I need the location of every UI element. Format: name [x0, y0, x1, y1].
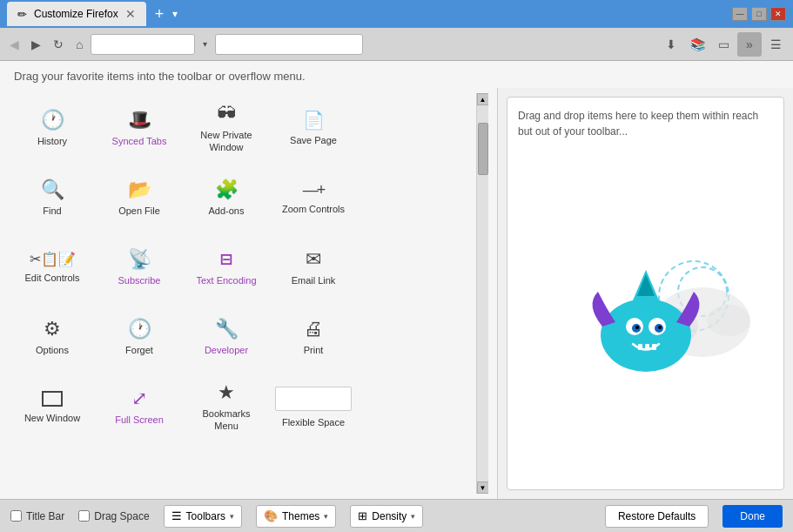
toolbar-item-text-encoding[interactable]: ⊟ Text Encoding: [183, 232, 270, 302]
svg-point-5: [601, 299, 691, 372]
options-icon: ⚙: [44, 320, 61, 339]
subscribe-icon: 📡: [128, 250, 151, 269]
find-icon: 🔍: [41, 180, 64, 199]
save-page-icon: 📄: [303, 111, 325, 129]
bookmarks-menu-icon: ★: [218, 383, 235, 402]
drag-space-checkbox-item[interactable]: Drag Space: [78, 510, 149, 522]
edit-controls-label: Edit Controls: [25, 272, 80, 284]
title-bar: ✏ Customize Firefox ✕ + ▾ — □ ✕: [0, 0, 793, 28]
themes-icon: 🎨: [264, 509, 278, 522]
new-tab-button[interactable]: +: [151, 5, 168, 24]
done-button[interactable]: Done: [722, 505, 783, 528]
drop-text: Drag and drop items here to keep them wi…: [518, 108, 758, 139]
print-label: Print: [304, 344, 324, 356]
items-grid: 🕐 History 🎩 Synced Tabs 🕶 New Private Wi…: [9, 93, 488, 441]
svg-rect-14: [638, 344, 642, 350]
tab-customize-firefox[interactable]: ✏ Customize Firefox ✕: [7, 2, 146, 26]
forward-button[interactable]: ▶: [27, 34, 45, 55]
scroll-thumb-area: [477, 105, 488, 481]
scrollbar[interactable]: ▲ ▼: [476, 93, 488, 494]
forget-icon: 🕐: [128, 320, 151, 339]
back-button[interactable]: ◀: [5, 34, 24, 55]
toolbar-item-subscribe[interactable]: 📡 Subscribe: [96, 232, 183, 302]
reload-button[interactable]: ↻: [49, 34, 68, 55]
toolbar-item-open-file[interactable]: 📂 Open File: [96, 163, 183, 232]
density-icon: ⊞: [358, 509, 367, 522]
toolbar-item-synced-tabs[interactable]: 🎩 Synced Tabs: [96, 93, 183, 163]
toolbar-item-forget[interactable]: 🕐 Forget: [96, 302, 183, 372]
density-dropdown[interactable]: ⊞ Density ▾: [350, 505, 423, 528]
tab-icon: ✏: [17, 8, 27, 21]
downloads-button[interactable]: ⬇: [659, 32, 683, 57]
bottom-bar: Title Bar Drag Space ☰ Toolbars ▾ 🎨 Them…: [0, 499, 793, 532]
drag-space-checkbox[interactable]: [78, 510, 90, 522]
customize-body: 🕐 History 🎩 Synced Tabs 🕶 New Private Wi…: [0, 88, 793, 499]
title-bar-checkbox-item[interactable]: Title Bar: [10, 510, 64, 522]
toolbar-item-flexible-space[interactable]: Flexible Space: [270, 372, 357, 441]
full-screen-icon: ⤢: [131, 389, 147, 408]
zoom-controls-icon: —+: [303, 182, 325, 198]
overflow-menu-button[interactable]: »: [737, 32, 762, 57]
toolbar-item-new-window[interactable]: New Window: [9, 372, 96, 441]
toolbar-item-new-private-window[interactable]: 🕶 New Private Window: [183, 93, 270, 163]
bookmarks-button[interactable]: 📚: [685, 32, 709, 57]
toolbar-item-history[interactable]: 🕐 History: [9, 93, 96, 163]
items-grid-wrapper: 🕐 History 🎩 Synced Tabs 🕶 New Private Wi…: [9, 93, 488, 494]
header-text: Drag your favorite items into the toolba…: [14, 70, 306, 83]
toolbar-item-bookmarks-menu[interactable]: ★ Bookmarks Menu: [183, 372, 270, 441]
density-label: Density: [372, 510, 407, 522]
flexible-space-box: [275, 387, 352, 411]
close-button[interactable]: ✕: [770, 7, 786, 21]
toolbar-item-edit-controls[interactable]: ✂📋📝 Edit Controls: [9, 232, 96, 302]
svg-rect-15: [645, 344, 649, 350]
toolbar-item-email-link[interactable]: ✉ Email Link: [270, 232, 357, 302]
toolbar-item-developer[interactable]: 🔧 Developer: [183, 302, 270, 372]
toolbar-item-options[interactable]: ⚙ Options: [9, 302, 96, 372]
flexible-space-label: Flexible Space: [282, 416, 345, 428]
scroll-thumb[interactable]: [478, 123, 488, 175]
themes-dropdown-arrow: ▾: [324, 512, 328, 521]
tab-close-btn[interactable]: ✕: [125, 8, 136, 20]
menu-button[interactable]: ☰: [763, 32, 788, 57]
maximize-button[interactable]: □: [751, 7, 767, 21]
toolbar-item-save-page[interactable]: 📄 Save Page: [270, 93, 357, 163]
drop-text-line1: Drag and drop items here to keep them wi…: [518, 110, 758, 122]
toolbars-icon: ☰: [171, 509, 182, 522]
tab-title: Customize Firefox: [34, 8, 118, 20]
tab-overflow-button[interactable]: ▾: [172, 8, 178, 20]
minimize-button[interactable]: —: [732, 7, 748, 21]
bookmarks-menu-label: Bookmarks Menu: [190, 407, 263, 433]
monster-illustration: [533, 244, 759, 383]
reader-view-button[interactable]: ▭: [711, 32, 736, 57]
title-bar-left: ✏ Customize Firefox ✕ + ▾: [7, 2, 178, 26]
search-input[interactable]: [215, 34, 363, 55]
toolbar-item-zoom-controls[interactable]: —+ Zoom Controls: [270, 163, 357, 232]
nav-right-buttons: ⬇ 📚 ▭ » ☰: [659, 32, 788, 57]
svg-point-12: [635, 326, 639, 329]
full-screen-label: Full Screen: [115, 414, 164, 426]
toolbar-item-find[interactable]: 🔍 Find: [9, 163, 96, 232]
themes-dropdown[interactable]: 🎨 Themes ▾: [256, 505, 336, 528]
text-encoding-icon: ⊟: [220, 250, 232, 269]
url-input[interactable]: [91, 34, 195, 55]
new-private-window-label: New Private Window: [190, 129, 263, 154]
svg-rect-16: [652, 344, 656, 350]
scroll-up-arrow[interactable]: ▲: [477, 93, 489, 105]
home-button[interactable]: ⌂: [71, 34, 87, 55]
url-dropdown-button[interactable]: ▾: [198, 36, 212, 52]
toolbars-dropdown[interactable]: ☰ Toolbars ▾: [164, 505, 242, 528]
open-file-icon: 📂: [128, 180, 151, 199]
email-link-icon: ✉: [306, 250, 321, 269]
toolbars-dropdown-arrow: ▾: [230, 512, 234, 521]
title-bar-checkbox[interactable]: [10, 510, 22, 522]
toolbar-item-full-screen[interactable]: ⤢ Full Screen: [96, 372, 183, 441]
forget-label: Forget: [125, 344, 153, 356]
toolbar-item-print[interactable]: 🖨 Print: [270, 302, 357, 372]
svg-point-4: [707, 305, 750, 336]
zoom-controls-label: Zoom Controls: [282, 203, 345, 215]
add-ons-label: Add-ons: [209, 205, 245, 217]
restore-defaults-button[interactable]: Restore Defaults: [605, 505, 709, 528]
scroll-down-arrow[interactable]: ▼: [477, 481, 489, 494]
toolbar-item-add-ons[interactable]: 🧩 Add-ons: [183, 163, 270, 232]
toolbars-label: Toolbars: [186, 510, 225, 522]
